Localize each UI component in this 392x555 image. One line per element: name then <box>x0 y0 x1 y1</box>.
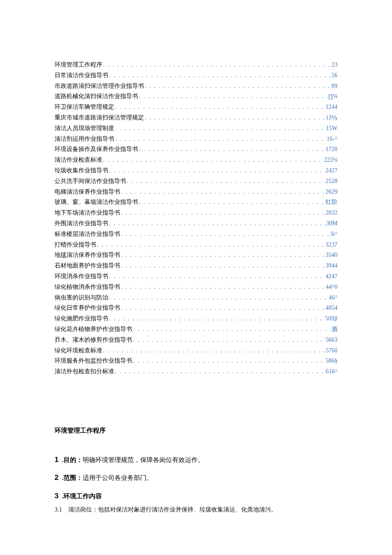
toc-page-number: 50Sβ <box>325 315 337 323</box>
toc-leader-dots: . . . . . . . . . . . . . . . . . . . . … <box>139 199 325 206</box>
toc-page-number: 222⅛ <box>324 157 338 164</box>
toc-leader-dots: . . . . . . . . . . . . . . . . . . . . … <box>145 114 325 122</box>
toc-title: 道路机械化清扫保洁作业指导书 <box>55 93 138 100</box>
toc-leader-dots: . . . . . . . . . . . . . . . . . . . . … <box>103 61 331 69</box>
toc-entry: 环境管理工作程序. . . . . . . . . . . . . . . . … <box>55 61 337 69</box>
toc-leader-dots: . . . . . . . . . . . . . . . . . . . . … <box>121 305 325 312</box>
toc-leader-dots: . . . . . . . . . . . . . . . . . . . . … <box>121 189 325 196</box>
toc-leader-dots: . . . . . . . . . . . . . . . . . . . . … <box>133 326 331 333</box>
toc-title: 绿化日常养护作业指导书 <box>55 305 120 312</box>
toc-title: 绿化植物消杀作业指导书 <box>55 284 120 291</box>
toc-title: 绿化施肥作业指导书 <box>55 315 108 323</box>
toc-entry: 地毯清洁保养作业指导书. . . . . . . . . . . . . . .… <box>55 252 337 259</box>
toc-leader-dots: . . . . . . . . . . . . . . . . . . . . … <box>121 209 325 217</box>
toc-page-number: 酒 <box>331 326 337 333</box>
toc-entry: 打蜡作业指导书. . . . . . . . . . . . . . . . .… <box>55 241 337 249</box>
toc-leader-dots: . . . . . . . . . . . . . . . . . . . . … <box>139 93 327 100</box>
toc-leader-dots: . . . . . . . . . . . . . . . . . . . . … <box>103 157 323 164</box>
toc-page-number: 3540 <box>326 252 337 259</box>
toc-title: 玻璃、窗、幕墙清洁作业指导书 <box>55 199 138 206</box>
numbered-item: 1.目的：明确环境管理规范，保障各岗位有效运作。 <box>55 456 337 464</box>
toc-entry: 清洁作业检查标准. . . . . . . . . . . . . . . . … <box>55 157 337 164</box>
toc-entry: 外围清洁作业指导书. . . . . . . . . . . . . . . .… <box>55 220 337 227</box>
toc-title: 清洁作业检查标准 <box>55 157 102 164</box>
toc-leader-dots: . . . . . . . . . . . . . . . . . . . . … <box>121 231 329 238</box>
sub-item-number: 3.1 <box>55 506 62 513</box>
numbered-item: 2.范围：适用于公司各业务部门。 <box>55 474 337 482</box>
toc-page-number: 15W <box>326 125 337 132</box>
toc-leader-dots: . . . . . . . . . . . . . . . . . . . . … <box>109 72 331 79</box>
toc-title: 乔木、灌木的修剪作业指导书 <box>55 337 132 344</box>
toc-leader-dots: . . . . . . . . . . . . . . . . . . . . … <box>115 104 325 111</box>
toc-leader-dots: . . . . . . . . . . . . . . . . . . . . … <box>145 83 331 90</box>
toc-entry: 重庆市城市道路清扫保洁管理规定. . . . . . . . . . . . .… <box>55 114 337 122</box>
toc-leader-dots: . . . . . . . . . . . . . . . . . . . . … <box>127 178 325 185</box>
toc-leader-dots: . . . . . . . . . . . . . . . . . . . . … <box>115 136 326 143</box>
toc-title: 环境管理工作程序 <box>55 61 102 69</box>
toc-page-number: 5663 <box>326 337 337 344</box>
toc-entry: 绿化施肥作业指导书. . . . . . . . . . . . . . . .… <box>55 315 337 323</box>
toc-entry: 清洁外包检查扣分标准. . . . . . . . . . . . . . . … <box>55 368 337 375</box>
toc-leader-dots: . . . . . . . . . . . . . . . . . . . . … <box>139 146 325 153</box>
item-number: 1 <box>55 456 58 464</box>
toc-title: 标准楼层清洁作业指导书 <box>55 231 120 238</box>
toc-title: 环卫保洁车辆管理规定 <box>55 104 114 111</box>
toc-title: 重庆市城市道路清扫保洁管理规定 <box>55 114 144 122</box>
toc-leader-dots: . . . . . . . . . . . . . . . . . . . . … <box>109 167 325 174</box>
toc-leader-dots: . . . . . . . . . . . . . . . . . . . . … <box>121 262 325 270</box>
toc-leader-dots: . . . . . . . . . . . . . . . . . . . . … <box>109 273 325 280</box>
toc-entry: 市政道路清扫保洁管理作业指导书. . . . . . . . . . . . .… <box>55 83 337 90</box>
toc-page-number: 红阶 <box>326 199 337 206</box>
toc-entry: 病虫害的识别与防治. . . . . . . . . . . . . . . .… <box>55 294 337 302</box>
toc-title: 垃圾收集作业指导书 <box>55 167 108 174</box>
toc-title: 病虫害的识别与防治 <box>55 294 108 302</box>
item-label: .目的： <box>62 456 83 463</box>
toc-title: 日常清洁作业指导书 <box>55 72 108 79</box>
item-number: 2 <box>55 474 58 482</box>
toc-entry: 地下车场清洁作业指导书. . . . . . . . . . . . . . .… <box>55 209 337 217</box>
toc-entry: 标准楼层清洁作业指导书. . . . . . . . . . . . . . .… <box>55 231 337 238</box>
toc-leader-dots: . . . . . . . . . . . . . . . . . . . . … <box>133 357 325 365</box>
toc-title: 环境设备操作及保养作业指导书 <box>55 146 138 153</box>
toc-page-number: 4247 <box>326 273 337 280</box>
item-label: .范围： <box>62 474 83 481</box>
toc-title: 环境消杀作业指导书 <box>55 273 108 280</box>
toc-title: 地毯清洁保养作业指导书 <box>55 252 120 259</box>
toc-page-number: 16-^ <box>327 136 337 143</box>
sub-item-text: 清洁岗位：包括对保洁对象进行清洁作业并保持、垃圾收集清运、化粪池清污。 <box>68 506 277 513</box>
item-text: 明确环境管理规范，保障各岗位有效运作。 <box>83 456 204 463</box>
toc-entry: 清洁人员现场管理制度. . . . . . . . . . . . . . . … <box>55 125 337 132</box>
toc-page-number: 576δ <box>326 347 337 355</box>
toc-entry: 绿化植物消杀作业指导书. . . . . . . . . . . . . . .… <box>55 284 337 291</box>
toc-page-number: 616^ <box>326 368 337 375</box>
toc-page-number: ∏⅛ <box>328 93 337 100</box>
toc-page-number: 2528 <box>326 178 337 185</box>
toc-leader-dots: . . . . . . . . . . . . . . . . . . . . … <box>121 252 325 259</box>
toc-leader-dots: . . . . . . . . . . . . . . . . . . . . … <box>103 347 325 355</box>
toc-page-number: 3237 <box>326 241 337 249</box>
toc-entry: 道路机械化清扫保洁作业指导书. . . . . . . . . . . . . … <box>55 93 337 100</box>
toc-entry: 公共洗手间保洁作业指导书. . . . . . . . . . . . . . … <box>55 178 337 185</box>
toc-entry: 环境设备操作及保养作业指导书. . . . . . . . . . . . . … <box>55 146 337 153</box>
toc-leader-dots: . . . . . . . . . . . . . . . . . . . . … <box>133 337 325 344</box>
toc-leader-dots: . . . . . . . . . . . . . . . . . . . . … <box>109 220 326 227</box>
toc-leader-dots: . . . . . . . . . . . . . . . . . . . . … <box>109 315 324 323</box>
toc-title: 绿化花卉植物养护作业指导书 <box>55 326 132 333</box>
toc-entry: 绿化环境检查标准. . . . . . . . . . . . . . . . … <box>55 347 337 355</box>
toc-title: 打蜡作业指导书 <box>55 241 96 249</box>
item-number: 3 <box>55 492 58 500</box>
numbered-list: 1.目的：明确环境管理规范，保障各岗位有效运作。2.范围：适用于公司各业务部门。… <box>55 456 337 500</box>
toc-page-number: 2629 <box>326 189 337 196</box>
toc-page-number: 3944 <box>326 262 337 270</box>
toc-entry: 绿化日常养护作业指导书. . . . . . . . . . . . . . .… <box>55 305 337 312</box>
toc-page-number: 89 <box>331 83 337 90</box>
toc-page-number: 56 <box>331 72 337 79</box>
toc-entry: 电梯清洁保养作业指导书. . . . . . . . . . . . . . .… <box>55 189 337 196</box>
toc-entry: 清洁剂运用作业指导书. . . . . . . . . . . . . . . … <box>55 136 337 143</box>
toc-title: 地下车场清洁作业指导书 <box>55 209 120 217</box>
toc-page-number: 2832 <box>326 209 337 217</box>
toc-leader-dots: . . . . . . . . . . . . . . . . . . . . … <box>97 241 325 249</box>
toc-leader-dots: . . . . . . . . . . . . . . . . . . . . … <box>109 294 328 302</box>
toc-entry: 乔木、灌木的修剪作业指导书. . . . . . . . . . . . . .… <box>55 337 337 344</box>
toc-leader-dots: . . . . . . . . . . . . . . . . . . . . … <box>115 125 325 132</box>
